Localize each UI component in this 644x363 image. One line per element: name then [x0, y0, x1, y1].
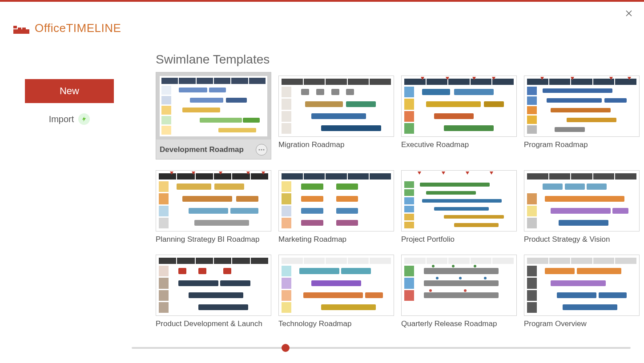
template-label: Program Roadmap	[524, 140, 588, 149]
import-label: Import	[49, 114, 74, 124]
template-caption-row: Planning Strategy BI Roadmap	[156, 235, 271, 244]
template-card[interactable]: Product Strategy & Vision	[524, 170, 640, 244]
template-card[interactable]: Product Development & Launch	[156, 255, 271, 328]
new-button[interactable]: New	[25, 79, 114, 103]
close-button[interactable]	[624, 8, 634, 19]
brand-logo-icon	[13, 22, 29, 35]
template-card[interactable]: Technology Roadmap	[278, 255, 394, 328]
template-label: Development Roadmap	[160, 145, 244, 154]
svg-point-7	[261, 149, 262, 150]
ellipsis-icon	[258, 149, 265, 151]
content-area: Swimlane Templates Development Roadmap M…	[156, 52, 635, 328]
section-heading: Swimlane Templates	[156, 52, 635, 67]
svg-rect-4	[18, 28, 21, 29]
top-stripe	[0, 0, 644, 2]
svg-rect-5	[22, 28, 26, 29]
close-icon	[626, 10, 632, 16]
template-label: Technology Roadmap	[278, 319, 351, 328]
svg-point-6	[258, 149, 260, 150]
template-card[interactable]: Marketing Roadmap	[278, 170, 394, 244]
template-label: Executive Roadmap	[401, 140, 469, 149]
svg-rect-3	[13, 29, 29, 34]
brand: OfficeTIMELINE	[13, 21, 121, 35]
template-caption-row: Marketing Roadmap	[278, 235, 394, 244]
template-card[interactable]: Program Overview	[524, 255, 640, 328]
template-caption-row: Technology Roadmap	[278, 319, 394, 328]
template-label: Marketing Roadmap	[278, 235, 346, 244]
template-caption-row: Migration Roadmap	[278, 140, 394, 149]
horizontal-scroll-track[interactable]	[132, 347, 631, 349]
template-label: Quarterly Release Roadmap	[401, 319, 497, 328]
template-caption-row: Quarterly Release Roadmap	[401, 319, 517, 328]
template-caption-row: Project Portfolio	[401, 235, 517, 244]
app-window: OfficeTIMELINE New Import Swimlane Templ…	[0, 0, 644, 363]
import-button[interactable]: Import	[25, 110, 114, 128]
template-card[interactable]: Migration Roadmap	[278, 76, 394, 160]
sidebar: New Import	[25, 79, 114, 128]
template-caption-row: Product Development & Launch	[156, 319, 271, 328]
brand-name: OfficeTIMELINE	[35, 21, 121, 35]
template-caption-row: Executive Roadmap	[401, 140, 517, 149]
template-caption-row: Program Roadmap	[524, 140, 640, 149]
template-caption-row: Product Strategy & Vision	[524, 235, 640, 244]
template-caption-row: Development Roadmap	[156, 140, 271, 160]
bolt-icon	[81, 116, 87, 122]
template-label: Planning Strategy BI Roadmap	[156, 235, 259, 244]
template-more-button[interactable]	[256, 144, 267, 156]
template-label: Migration Roadmap	[278, 140, 344, 149]
template-card[interactable]: Project Portfolio	[401, 170, 517, 244]
svg-point-8	[263, 149, 264, 150]
template-grid: Development Roadmap Migration Roadmap Ex…	[156, 76, 635, 328]
template-label: Project Portfolio	[401, 235, 455, 244]
template-card[interactable]: Program Roadmap	[524, 76, 640, 160]
template-card[interactable]: Planning Strategy BI Roadmap	[156, 170, 271, 244]
template-label: Product Strategy & Vision	[524, 235, 610, 244]
template-caption-row: Program Overview	[524, 319, 640, 328]
template-label: Product Development & Launch	[156, 319, 262, 328]
template-label: Program Overview	[524, 319, 587, 328]
import-bolt-badge	[78, 113, 90, 125]
svg-rect-2	[13, 26, 17, 28]
scroll-thumb[interactable]	[282, 344, 290, 352]
template-card[interactable]: Development Roadmap	[156, 76, 271, 160]
template-card[interactable]: Quarterly Release Roadmap	[401, 255, 517, 328]
template-card[interactable]: Executive Roadmap	[401, 76, 517, 160]
